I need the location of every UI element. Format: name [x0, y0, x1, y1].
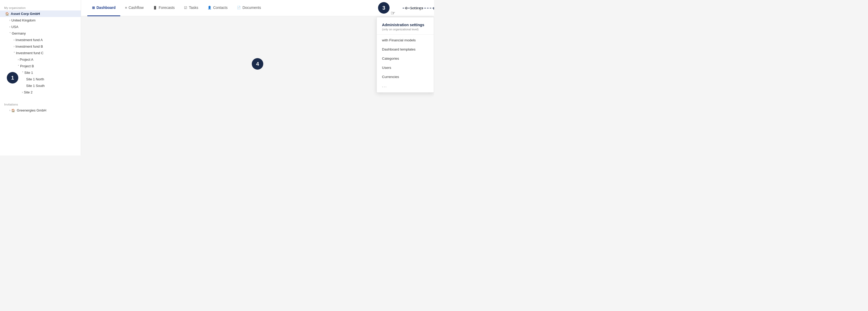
- chevron-right-icon: ›: [22, 91, 23, 94]
- sidebar: 1 My organization 🏠 Asset Corp GmbH › Un…: [0, 0, 81, 156]
- sidebar-item-fund-c[interactable]: ˅ Investment fund C: [0, 50, 81, 56]
- sidebar-item-project-b[interactable]: ˅ Project B: [0, 63, 81, 69]
- arrow-head: [433, 7, 434, 10]
- sidebar-item-fund-b[interactable]: › Investment fund B: [0, 43, 81, 50]
- tab-contacts[interactable]: 👤 Contacts: [203, 0, 232, 16]
- sidebar-item-usa[interactable]: › USA: [0, 24, 81, 30]
- chevron-down-icon: ˅: [22, 71, 23, 74]
- cashflow-icon: ≡: [125, 6, 127, 10]
- invitations-label: Invitations: [0, 101, 81, 107]
- dropdown-header: Administration settings (only on organiz…: [377, 19, 434, 33]
- chevron-right-icon: ›: [9, 19, 10, 22]
- dropdown-item-dashboard-templates[interactable]: Dashboard templates: [377, 45, 434, 54]
- tab-forecasts[interactable]: ▐▌ Forecasts: [148, 0, 179, 16]
- chevron-down-icon: ˅: [13, 52, 15, 54]
- tab-documents[interactable]: 📄 Documents: [232, 0, 266, 16]
- step-4-circle: 4: [252, 58, 263, 69]
- sidebar-item-fund-a[interactable]: › Investment fund A: [0, 37, 81, 43]
- dropdown-item-users[interactable]: Users: [377, 63, 434, 72]
- forecasts-icon: ▐▌: [153, 6, 157, 9]
- dropdown-item-currencies[interactable]: Currencies: [377, 72, 434, 81]
- contacts-icon: 👤: [208, 6, 212, 9]
- dropdown-item-financial-models[interactable]: with Financial models: [377, 36, 434, 45]
- arrow-annotation: [403, 8, 434, 8]
- cursor-hand-icon: ☞: [391, 10, 395, 16]
- sidebar-item-site-2[interactable]: › Site 2: [0, 89, 81, 95]
- chevron-right-icon: ›: [9, 25, 10, 28]
- main-area: 2 ⊞ Dashboard ≡ Cashflow ▐▌ Forecasts ☑ …: [81, 0, 434, 156]
- dashboard-icon: ⊞: [92, 6, 95, 10]
- dashed-line: [403, 8, 434, 8]
- chevron-down-icon: ˅: [18, 65, 19, 67]
- settings-dropdown: Administration settings (only on organiz…: [376, 17, 434, 93]
- chevron-down-icon: ˅: [9, 32, 11, 35]
- chevron-right-icon: ›: [13, 38, 14, 41]
- sidebar-item-project-a[interactable]: › Project A: [0, 56, 81, 63]
- tab-cashflow[interactable]: ≡ Cashflow: [120, 0, 148, 16]
- tab-dashboard[interactable]: ⊞ Dashboard: [87, 0, 120, 16]
- sidebar-item-uk[interactable]: › United Kingdom: [0, 17, 81, 24]
- sidebar-item-greenergies[interactable]: › 🏠 Greenergies GmbH: [0, 107, 81, 114]
- step-1-circle: 1: [7, 72, 18, 84]
- my-org-label: My organization: [0, 4, 81, 10]
- home-icon: 🏠: [5, 12, 9, 16]
- chevron-right-icon: ›: [9, 109, 10, 112]
- chevron-right-icon: ›: [18, 58, 19, 61]
- home-icon: 🏠: [11, 109, 15, 112]
- dropdown-item-categories[interactable]: Categories: [377, 54, 434, 63]
- top-nav: ⊞ Dashboard ≡ Cashflow ▐▌ Forecasts ☑ Ta…: [81, 0, 434, 16]
- tasks-icon: ☑: [184, 6, 187, 10]
- step-3-circle: 3: [378, 2, 390, 13]
- documents-icon: 📄: [237, 6, 241, 9]
- sidebar-item-germany[interactable]: ˅ Germany: [0, 30, 81, 37]
- tab-tasks[interactable]: ☑ Tasks: [179, 0, 203, 16]
- sidebar-item-asset-corp[interactable]: 🏠 Asset Corp GmbH: [0, 10, 81, 17]
- dropdown-more[interactable]: ...: [377, 81, 434, 90]
- chevron-right-icon: ›: [13, 45, 14, 48]
